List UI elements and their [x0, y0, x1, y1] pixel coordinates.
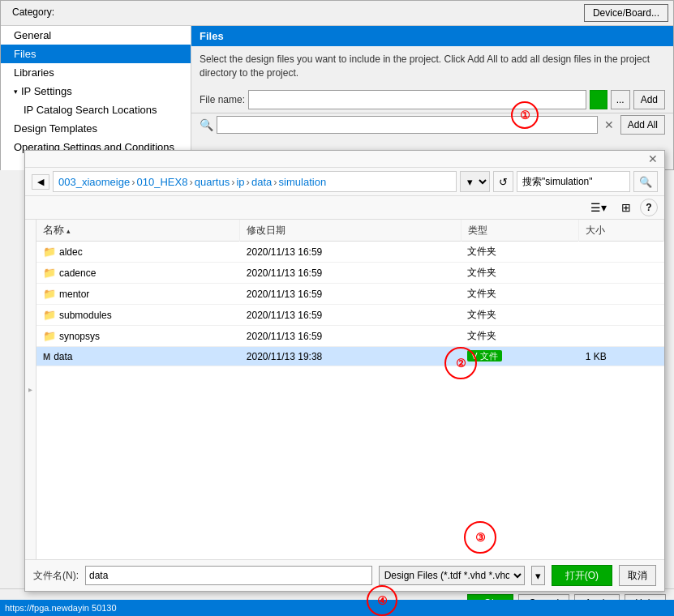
breadcrumb: 003_xiaomeige › 010_HEX8 › quartus › ip … [53, 171, 457, 192]
file-size-cell [579, 305, 664, 326]
breadcrumb-part-0[interactable]: 003_xiaomeige [58, 176, 130, 188]
folder-icon: 📁 [43, 330, 56, 342]
files-panel: Files Select the design files you want t… [191, 26, 673, 170]
file-size-cell [579, 263, 664, 284]
sort-icon: ▴ [67, 227, 71, 235]
filetype-dropdown-arrow[interactable]: ▾ [531, 566, 545, 585]
file-name-cell: 📁cadence [36, 263, 240, 284]
file-size-cell: 1 KB [579, 347, 664, 366]
open-button[interactable]: 打开(O) [552, 565, 612, 586]
files-header: Files [191, 26, 673, 46]
file-modified-cell: 2020/11/13 16:59 [240, 305, 461, 326]
file-size-cell [579, 242, 664, 263]
help-button[interactable]: ? [640, 199, 658, 216]
sidebar-item-libraries[interactable]: Libraries [1, 63, 191, 82]
folder-icon: 📁 [43, 267, 56, 279]
breadcrumb-part-5[interactable]: simulation [279, 176, 327, 188]
filetype-select[interactable]: Design Files (*.tdf *.vhd *.vhc [379, 566, 525, 585]
path-search-input[interactable] [517, 171, 630, 192]
file-type-cell: V 文件 [461, 347, 578, 366]
col-name[interactable]: 名称 ▴ [36, 220, 240, 242]
folder-icon: 📁 [43, 246, 56, 258]
file-input-row: File name: ... Add [191, 87, 673, 113]
path-row: ◀ 003_xiaomeige › 010_HEX8 › quartus › i… [25, 168, 664, 196]
breadcrumb-part-4[interactable]: data [251, 176, 272, 188]
device-board-button[interactable]: Device/Board... [584, 4, 668, 22]
category-label: Category: [6, 4, 61, 22]
search-row: 🔍 ✕ Add All [191, 113, 673, 136]
project-dialog: Category: Device/Board... General Files … [0, 0, 674, 170]
left-sidebar-icon: ▸ [28, 385, 32, 394]
table-row[interactable]: 📁cadence2020/11/13 16:59文件夹 [36, 263, 664, 284]
dialog-body: General Files Libraries ▾ IP Settings IP… [1, 26, 673, 170]
filename-label: 文件名(N): [33, 569, 79, 583]
col-size[interactable]: 大小 [579, 220, 664, 242]
file-list-area[interactable]: 名称 ▴ 修改日期 类型 大小 📁aldec2020/11/13 16:59文件… [36, 220, 664, 559]
file-name-cell: Mdata [36, 347, 240, 366]
cancel-file-button[interactable]: 取消 [619, 565, 656, 586]
view-grid-button[interactable]: ⊞ [616, 199, 637, 216]
col-modified[interactable]: 修改日期 [240, 220, 461, 242]
add-button[interactable]: Add [633, 90, 665, 109]
file-name-input[interactable] [248, 90, 586, 109]
file-type-cell: 文件夹 [461, 242, 578, 263]
refresh-button[interactable]: ↺ [493, 171, 513, 192]
add-all-button[interactable]: Add All [620, 115, 665, 135]
search-input[interactable] [217, 116, 598, 134]
file-type-cell: 文件夹 [461, 263, 578, 284]
browser-body: ▸ 名称 ▴ 修改日期 类型 大小 📁aldec2020/11/13 [25, 220, 664, 559]
type-badge: V 文件 [467, 350, 501, 361]
file-modified-cell: 2020/11/13 16:59 [240, 326, 461, 347]
breadcrumb-part-3[interactable]: ip [236, 176, 244, 188]
file-type-cell: 文件夹 [461, 284, 578, 305]
sidebar-item-design-templates[interactable]: Design Templates [1, 119, 191, 138]
view-details-button[interactable]: ☰▾ [585, 199, 612, 216]
file-type-cell: 文件夹 [461, 305, 578, 326]
breadcrumb-part-2[interactable]: quartus [195, 176, 230, 188]
sidebar-item-general[interactable]: General [1, 26, 191, 45]
filename-input[interactable] [85, 566, 372, 585]
back-button[interactable]: ◀ [32, 174, 49, 190]
breadcrumb-sep-4: › [273, 176, 277, 188]
table-row[interactable]: 📁submodules2020/11/13 16:59文件夹 [36, 305, 664, 326]
file-size-cell [579, 326, 664, 347]
file-name-cell: 📁submodules [36, 305, 240, 326]
file-name-cell: 📁mentor [36, 284, 240, 305]
file-table: 名称 ▴ 修改日期 类型 大小 📁aldec2020/11/13 16:59文件… [36, 220, 664, 366]
file-modified-cell: 2020/11/13 16:59 [240, 263, 461, 284]
sidebar-item-ip-catalog[interactable]: IP Catalog Search Locations [1, 101, 191, 119]
browser-footer: 文件名(N): Design Files (*.tdf *.vhd *.vhc … [25, 559, 664, 591]
clear-search-button[interactable]: ✕ [601, 118, 617, 131]
folder-icon: 📁 [43, 309, 56, 321]
status-url: https://fpga.newdayin 50130 [5, 603, 117, 613]
col-type[interactable]: 类型 [461, 220, 578, 242]
search-icon: 🔍 [200, 118, 213, 131]
path-search-button[interactable]: 🔍 [633, 171, 658, 192]
left-sidebar: ▸ [25, 220, 36, 559]
folder-icon: 📁 [43, 288, 56, 300]
file-name-cell: 📁synopsys [36, 326, 240, 347]
close-browser-button[interactable]: ✕ [645, 152, 661, 165]
sidebar-item-files[interactable]: Files [1, 45, 191, 63]
file-modified-cell: 2020/11/13 16:59 [240, 284, 461, 305]
sidebar: General Files Libraries ▾ IP Settings IP… [1, 26, 191, 170]
file-icon: M [43, 352, 50, 361]
file-type-cell: 文件夹 [461, 326, 578, 347]
sidebar-item-ip-settings[interactable]: ▾ IP Settings [1, 82, 191, 101]
table-row[interactable]: 📁synopsys2020/11/13 16:59文件夹 [36, 326, 664, 347]
breadcrumb-sep-0: › [131, 176, 135, 188]
file-modified-cell: 2020/11/13 19:38 [240, 347, 461, 366]
table-row[interactable]: Mdata2020/11/13 19:38V 文件1 KB [36, 347, 664, 366]
file-browser-dialog: ✕ ◀ 003_xiaomeige › 010_HEX8 › quartus ›… [24, 150, 665, 592]
dots-button[interactable]: ... [611, 90, 630, 109]
browser-toolbar: ☰▾ ⊞ ? [25, 196, 664, 220]
path-dropdown[interactable]: ▾ [460, 171, 490, 192]
breadcrumb-sep-3: › [247, 176, 250, 188]
browse-button[interactable] [590, 90, 607, 109]
breadcrumb-sep-2: › [231, 176, 234, 188]
file-name-label: File name: [200, 94, 245, 105]
table-row[interactable]: 📁aldec2020/11/13 16:59文件夹 [36, 242, 664, 263]
browser-titlebar: ✕ [25, 151, 664, 168]
table-row[interactable]: 📁mentor2020/11/13 16:59文件夹 [36, 284, 664, 305]
breadcrumb-part-1[interactable]: 010_HEX8 [137, 176, 188, 188]
